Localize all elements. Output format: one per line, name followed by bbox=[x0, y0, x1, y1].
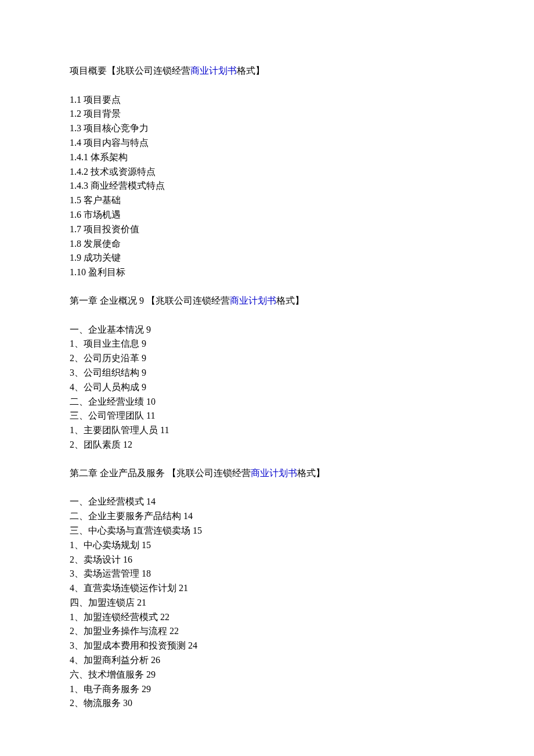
toc-section: 第一章 企业概况 9 【兆联公司连锁经营商业计划书格式】 一、企业基本情况 91… bbox=[70, 294, 464, 452]
toc-entry: 2、团队素质 12 bbox=[70, 438, 464, 452]
toc-entry: 2、物流服务 30 bbox=[70, 696, 464, 711]
toc-entry: 3、公司组织结构 9 bbox=[70, 366, 464, 380]
heading-text: 项目概要【兆联公司连锁经营 bbox=[70, 66, 190, 75]
toc-entry: 二、企业主要服务产品结构 14 bbox=[70, 509, 464, 524]
heading-text: 格式】 bbox=[237, 66, 265, 75]
blank-line bbox=[70, 308, 464, 323]
toc-entry: 1.4.3 商业经营模式特点 bbox=[70, 179, 464, 193]
toc-entry: 1.5 客户基础 bbox=[70, 193, 464, 208]
toc-entry: 1.3 项目核心竞争力 bbox=[70, 121, 464, 136]
toc-entry: 2、加盟业务操作与流程 22 bbox=[70, 624, 464, 639]
toc-entry: 1.4.2 技术或资源特点 bbox=[70, 165, 464, 179]
toc-entry: 一、企业基本情况 9 bbox=[70, 323, 464, 337]
toc-entry: 2、公司历史沿革 9 bbox=[70, 351, 464, 366]
toc-entry: 二、企业经营业绩 10 bbox=[70, 395, 464, 409]
toc-entry: 1、中心卖场规划 15 bbox=[70, 538, 464, 553]
toc-entry: 1、主要团队管理人员 11 bbox=[70, 423, 464, 438]
blank-line bbox=[70, 78, 464, 93]
toc-entry: 4、公司人员构成 9 bbox=[70, 380, 464, 395]
toc-entry: 1.7 项目投资价值 bbox=[70, 222, 464, 237]
toc-entry: 3、加盟成本费用和投资预测 24 bbox=[70, 639, 464, 653]
toc-entry: 1.1 项目要点 bbox=[70, 93, 464, 107]
heading-text: 第二章 企业产品及服务 【兆联公司连锁经营 bbox=[70, 468, 251, 478]
heading-text: 第一章 企业概况 9 【兆联公司连锁经营 bbox=[70, 296, 230, 305]
business-plan-link[interactable]: 商业计划书 bbox=[190, 66, 237, 75]
heading-text: 格式】 bbox=[276, 296, 304, 305]
toc-entry: 一、企业经营模式 14 bbox=[70, 495, 464, 509]
toc-entry: 1.8 发展使命 bbox=[70, 237, 464, 251]
toc-entry: 1.2 项目背景 bbox=[70, 107, 464, 121]
toc-entry: 六、技术增值服务 29 bbox=[70, 668, 464, 682]
toc-section: 第二章 企业产品及服务 【兆联公司连锁经营商业计划书格式】 一、企业经营模式 1… bbox=[70, 466, 464, 711]
toc-entry: 2、卖场设计 16 bbox=[70, 553, 464, 567]
toc-entry: 4、加盟商利益分析 26 bbox=[70, 653, 464, 668]
toc-entry: 1、电子商务服务 29 bbox=[70, 682, 464, 697]
heading-text: 格式】 bbox=[297, 468, 325, 478]
section-heading: 第二章 企业产品及服务 【兆联公司连锁经营商业计划书格式】 bbox=[70, 466, 464, 481]
toc-entry: 1.9 成功关键 bbox=[70, 251, 464, 265]
toc-entry: 1、项目业主信息 9 bbox=[70, 337, 464, 351]
section-heading: 第一章 企业概况 9 【兆联公司连锁经营商业计划书格式】 bbox=[70, 294, 464, 308]
toc-entry: 三、中心卖场与直营连锁卖场 15 bbox=[70, 524, 464, 538]
toc-entry: 3、卖场运营管理 18 bbox=[70, 567, 464, 581]
toc-entry: 4、直营卖场连锁运作计划 21 bbox=[70, 581, 464, 596]
business-plan-link[interactable]: 商业计划书 bbox=[230, 296, 276, 305]
toc-entry: 1.4 项目内容与特点 bbox=[70, 136, 464, 150]
toc-entry: 1.6 市场机遇 bbox=[70, 208, 464, 222]
blank-line bbox=[70, 481, 464, 495]
toc-entry: 三、公司管理团队 11 bbox=[70, 409, 464, 423]
business-plan-link[interactable]: 商业计划书 bbox=[251, 468, 297, 478]
document-page: 项目概要【兆联公司连锁经营商业计划书格式】 1.1 项目要点1.2 项目背景1.… bbox=[0, 0, 534, 756]
toc-section: 项目概要【兆联公司连锁经营商业计划书格式】 1.1 项目要点1.2 项目背景1.… bbox=[70, 64, 464, 280]
section-heading: 项目概要【兆联公司连锁经营商业计划书格式】 bbox=[70, 64, 464, 78]
toc-entry: 四、加盟连锁店 21 bbox=[70, 596, 464, 610]
toc-entry: 1.4.1 体系架构 bbox=[70, 150, 464, 165]
toc-entry: 1.10 盈利目标 bbox=[70, 265, 464, 280]
toc-entry: 1、加盟连锁经营模式 22 bbox=[70, 610, 464, 625]
